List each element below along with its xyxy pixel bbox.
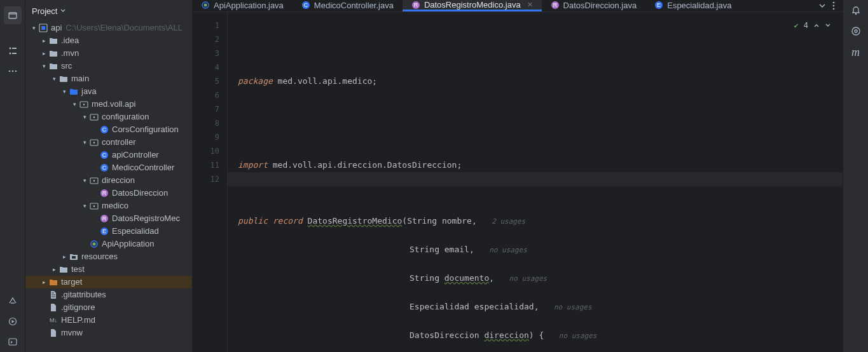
svg-text:E: E xyxy=(657,2,661,8)
left-tool-rail xyxy=(0,0,25,352)
maven-tool-icon[interactable]: m xyxy=(851,46,860,59)
more-tool-icon[interactable] xyxy=(4,62,22,80)
tab-label: ApiApplication.java xyxy=(214,1,284,10)
svg-rect-9 xyxy=(9,339,17,345)
svg-rect-3 xyxy=(12,48,17,49)
tree-row[interactable]: ▸EEspecialidad xyxy=(25,225,192,238)
svg-rect-4 xyxy=(12,53,17,54)
build-tool-icon[interactable] xyxy=(4,292,22,310)
svg-point-35 xyxy=(93,243,96,246)
tree-row[interactable]: ▸RDatosRegistroMec xyxy=(25,212,192,225)
folder-icon xyxy=(48,61,59,71)
svg-point-5 xyxy=(8,71,10,72)
chevron-down-icon[interactable] xyxy=(818,2,826,10)
tree-row[interactable]: ▾medico xyxy=(25,200,192,212)
tree-row[interactable]: ▾src xyxy=(25,60,192,72)
spring-class-icon xyxy=(89,239,99,249)
tree-row[interactable]: ▾controller xyxy=(25,136,192,149)
svg-point-38 xyxy=(204,4,207,7)
svg-point-13 xyxy=(83,104,85,105)
tree-row[interactable]: ▾direccion xyxy=(25,174,192,187)
ai-assistant-icon[interactable] xyxy=(850,25,862,37)
tree-row[interactable]: ▾java xyxy=(25,85,192,98)
folder-icon xyxy=(59,264,69,274)
chevron-up-icon[interactable] xyxy=(813,22,820,29)
package-icon xyxy=(89,137,99,147)
tree-row[interactable]: ▸ApiApplication xyxy=(25,238,192,250)
tree-row[interactable]: ▸M↓HELP.md xyxy=(25,314,192,327)
tree-row[interactable]: ▸CapiController xyxy=(25,149,192,161)
tree-row[interactable]: ▸CCorsConfiguration xyxy=(25,123,192,136)
svg-point-51 xyxy=(852,27,860,35)
tab-especialidad[interactable]: E Especialidad.java xyxy=(645,0,740,11)
svg-point-6 xyxy=(11,71,13,72)
tree-row[interactable]: ▾main xyxy=(25,72,192,85)
resources-folder-icon xyxy=(69,252,79,262)
structure-tool-icon[interactable] xyxy=(4,42,22,60)
svg-rect-11 xyxy=(41,26,45,30)
tab-datosregistromedico[interactable]: R DatosRegistroMedico.java ✕ xyxy=(403,0,542,11)
svg-text:C: C xyxy=(102,152,107,158)
tree-row[interactable]: ▸CMedicoController xyxy=(25,161,192,174)
tab-apiapplication[interactable]: ApiApplication.java xyxy=(192,0,293,11)
more-icon[interactable] xyxy=(832,1,835,10)
close-tab-icon[interactable]: ✕ xyxy=(527,1,533,9)
module-icon xyxy=(38,23,48,33)
class-icon: C xyxy=(99,150,109,160)
tree-row[interactable]: ▸test xyxy=(25,263,192,276)
chevron-down-icon[interactable] xyxy=(825,22,831,29)
folder-icon xyxy=(48,36,59,46)
package-icon xyxy=(89,201,99,211)
svg-text:C: C xyxy=(304,2,308,8)
excluded-folder-icon xyxy=(48,277,59,287)
inspection-status[interactable]: ✔ 4 xyxy=(794,18,831,32)
gutter: 1 2 3 4 5 6 7 8 9 10 11 12 xyxy=(192,12,228,352)
root-path: C:\Users\Elena\Documents\ALL xyxy=(65,22,183,34)
tree-label: api xyxy=(51,22,62,34)
tree-row-target[interactable]: ▸target xyxy=(25,276,192,288)
package-icon xyxy=(89,112,99,122)
tree-row[interactable]: ▸resources xyxy=(25,250,192,263)
svg-rect-36 xyxy=(72,256,76,259)
code-editor[interactable]: package med.voll.api.medico; import med.… xyxy=(228,12,843,352)
tree-row[interactable]: ▸.mvn xyxy=(25,47,192,60)
tree-row[interactable]: ▾configuration xyxy=(25,111,192,123)
tree-root[interactable]: ▾ api C:\Users\Elena\Documents\ALL xyxy=(25,22,192,34)
tree-row[interactable]: ▸.gitignore xyxy=(25,301,192,314)
main-area: ApiApplication.java C MedicoController.j… xyxy=(192,0,843,352)
tab-medicocontroller[interactable]: C MedicoController.java xyxy=(293,0,403,11)
source-folder-icon xyxy=(69,86,79,97)
project-tree[interactable]: ▾ api C:\Users\Elena\Documents\ALL ▸.ide… xyxy=(25,22,192,352)
record-icon: R xyxy=(411,1,420,10)
tree-row[interactable]: ▾med.voll.api xyxy=(25,98,192,111)
folder-icon xyxy=(59,74,69,84)
svg-point-25 xyxy=(93,180,95,182)
editor-wrap: 1 2 3 4 5 6 7 8 9 10 11 12 package med.v… xyxy=(192,12,843,352)
sidebar-header[interactable]: Project xyxy=(25,0,192,22)
class-icon: C xyxy=(99,125,109,135)
svg-point-48 xyxy=(833,5,835,7)
tree-row[interactable]: ▸RDatosDireccion xyxy=(25,187,192,200)
project-tool-icon[interactable] xyxy=(4,6,22,24)
svg-text:C: C xyxy=(102,165,107,171)
svg-text:R: R xyxy=(553,2,557,8)
package-icon xyxy=(79,99,89,109)
file-icon xyxy=(48,328,59,338)
file-icon xyxy=(48,290,59,300)
tree-row[interactable]: ▸mvnw xyxy=(25,327,192,339)
record-icon: R xyxy=(551,1,560,10)
svg-point-19 xyxy=(93,142,95,144)
spring-class-icon xyxy=(201,1,210,10)
editor-tabs: ApiApplication.java C MedicoController.j… xyxy=(192,0,843,12)
tab-datosdireccion[interactable]: R DatosDireccion.java xyxy=(542,0,646,11)
svg-point-52 xyxy=(855,30,857,32)
tree-row[interactable]: ▸.gitattributes xyxy=(25,288,192,301)
run-tool-icon[interactable] xyxy=(4,313,22,330)
terminal-tool-icon[interactable] xyxy=(4,333,22,351)
svg-point-15 xyxy=(93,116,95,118)
svg-rect-0 xyxy=(9,13,17,18)
notifications-icon[interactable] xyxy=(850,5,862,17)
package-icon xyxy=(89,175,99,186)
svg-point-47 xyxy=(833,2,835,4)
tree-row[interactable]: ▸.idea xyxy=(25,34,192,47)
